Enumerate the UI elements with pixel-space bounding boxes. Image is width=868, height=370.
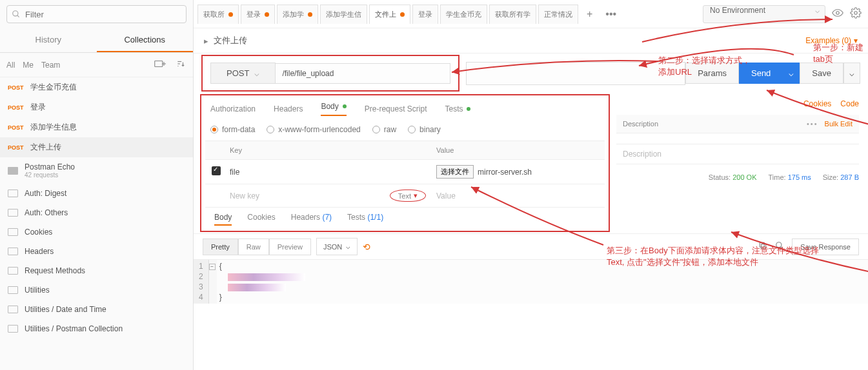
folder-item[interactable]: Postman Echo42 requests [0, 157, 193, 184]
wrap-icon[interactable]: ⟲ [363, 242, 370, 252]
send-button[interactable]: Send [739, 63, 783, 84]
col-key: Key [230, 146, 436, 154]
environment-select[interactable]: No Environment⌵ [703, 5, 825, 23]
redacted-content [228, 273, 305, 281]
lang-select[interactable]: JSON⌵ [316, 238, 358, 255]
kv-row[interactable]: file 选择文件mirror-server.sh [205, 160, 605, 184]
save-button[interactable]: Save [800, 63, 843, 84]
folder-item[interactable]: Auth: Digest [0, 184, 193, 203]
request-tabs: 获取所 登录 添加学 添加学生信 文件上 登录 学生金币充 获取所有学 正常情况… [194, 5, 696, 24]
params-button[interactable]: Params [685, 63, 739, 84]
indicator-dot-icon [343, 104, 347, 108]
tab-prerequest[interactable]: Pre-request Script [365, 102, 427, 116]
method-select[interactable]: POST⌵ [210, 63, 276, 84]
filter-team[interactable]: Team [41, 61, 60, 70]
response-tab-tests[interactable]: Tests (1/1) [347, 213, 383, 226]
tab-overflow-button[interactable]: ••• [599, 8, 623, 20]
folder-item[interactable]: Headers [0, 242, 193, 261]
request-tab[interactable]: 登录 [241, 5, 275, 24]
checkbox-icon[interactable] [212, 166, 221, 175]
request-tab[interactable]: 学生金币充 [440, 5, 487, 24]
redacted-content [228, 284, 286, 291]
main: 获取所 登录 添加学 添加学生信 文件上 登录 学生金币充 获取所有学 正常情况… [194, 0, 868, 370]
folder-icon [8, 267, 18, 275]
save-chevron-button[interactable]: ⌵ [843, 63, 860, 84]
type-select[interactable]: Text▾ [390, 190, 426, 202]
tab-headers[interactable]: Headers [274, 102, 303, 116]
request-item[interactable]: POST文件上传 [0, 137, 193, 157]
kv-row-new[interactable]: New keyText▾ Value [205, 184, 605, 208]
bulk-edit-link[interactable]: Bulk Edit [825, 120, 853, 128]
pretty-button[interactable]: Pretty [203, 239, 238, 255]
svg-rect-10 [762, 244, 766, 249]
request-tab[interactable]: 文件上 [369, 5, 410, 24]
tab-tests[interactable]: Tests [445, 102, 470, 116]
svg-point-0 [13, 11, 18, 16]
fold-icon[interactable]: − [209, 264, 216, 270]
filter-all[interactable]: All [6, 61, 15, 70]
search-response-icon[interactable] [775, 241, 784, 252]
cookies-link[interactable]: Cookies [803, 99, 831, 108]
col-description: Description [623, 120, 791, 128]
folder-item[interactable]: Utilities [0, 280, 193, 300]
save-response-button[interactable]: Save Response [792, 239, 859, 255]
tab-authorization[interactable]: Authorization [210, 102, 256, 116]
folder-icon [8, 228, 18, 236]
svg-point-9 [854, 12, 858, 15]
unsaved-dot-icon [228, 12, 233, 17]
key-cell[interactable]: file [230, 168, 436, 177]
tab-history[interactable]: History [0, 28, 97, 52]
request-item[interactable]: POST添加学生信息 [0, 117, 193, 137]
folder-item[interactable]: Cookies [0, 222, 193, 242]
send-chevron-button[interactable]: ⌵ [783, 63, 800, 84]
unsaved-dot-icon [265, 12, 269, 17]
request-tab[interactable]: 正常情况 [538, 5, 578, 24]
indicator-dot-icon [467, 107, 470, 111]
filter-me[interactable]: Me [23, 61, 34, 70]
request-item[interactable]: POST登录 [0, 97, 193, 117]
code-link[interactable]: Code [840, 99, 859, 108]
radio-binary[interactable]: binary [408, 125, 441, 134]
new-collection-icon[interactable] [153, 58, 167, 72]
gear-icon[interactable] [850, 7, 862, 21]
folder-item[interactable]: Request Methods [0, 261, 193, 280]
radio-urlencoded[interactable]: x-www-form-urlencoded [267, 125, 360, 134]
file-select-button[interactable]: 选择文件 [436, 165, 474, 179]
folder-item[interactable]: Utilities / Postman Collection [0, 319, 193, 338]
request-tab[interactable]: 获取所有学 [489, 5, 536, 24]
response-tab-body[interactable]: Body [214, 213, 232, 226]
time-value: 175 ms [788, 173, 811, 181]
request-tab[interactable]: 获取所 [197, 5, 239, 24]
filter-input[interactable] [6, 5, 187, 23]
more-icon[interactable]: ••• [807, 120, 818, 128]
page-title: 文件上传 [214, 35, 247, 46]
svg-point-8 [836, 12, 840, 15]
request-tab[interactable]: 添加学 [277, 5, 318, 24]
svg-rect-11 [760, 242, 765, 247]
radio-formdata[interactable]: form-data [210, 125, 255, 134]
radio-raw[interactable]: raw [372, 125, 396, 134]
request-item[interactable]: POST学生金币充值 [0, 77, 193, 97]
preview-button[interactable]: Preview [269, 239, 311, 255]
new-tab-button[interactable]: + [580, 8, 599, 20]
svg-point-12 [776, 242, 782, 248]
folder-icon [8, 209, 18, 217]
raw-button[interactable]: Raw [238, 239, 269, 255]
sort-icon[interactable] [175, 58, 187, 72]
examples-link[interactable]: Examples (0)▾ [805, 36, 858, 45]
folder-item[interactable]: Utilities / Date and Time [0, 300, 193, 319]
copy-icon[interactable] [758, 241, 767, 252]
col-value: Value [436, 146, 598, 154]
svg-line-1 [17, 15, 19, 17]
tab-body[interactable]: Body [321, 102, 346, 116]
request-tab[interactable]: 登录 [412, 5, 438, 24]
unsaved-dot-icon [400, 12, 405, 17]
response-tab-cookies[interactable]: Cookies [247, 213, 275, 226]
search-icon [12, 10, 21, 19]
tab-collections[interactable]: Collections [97, 28, 194, 52]
eye-icon[interactable] [832, 7, 843, 21]
response-tab-headers[interactable]: Headers (7) [291, 213, 332, 226]
request-tab[interactable]: 添加学生信 [320, 5, 367, 24]
url-input[interactable] [276, 63, 450, 84]
folder-item[interactable]: Auth: Others [0, 203, 193, 222]
